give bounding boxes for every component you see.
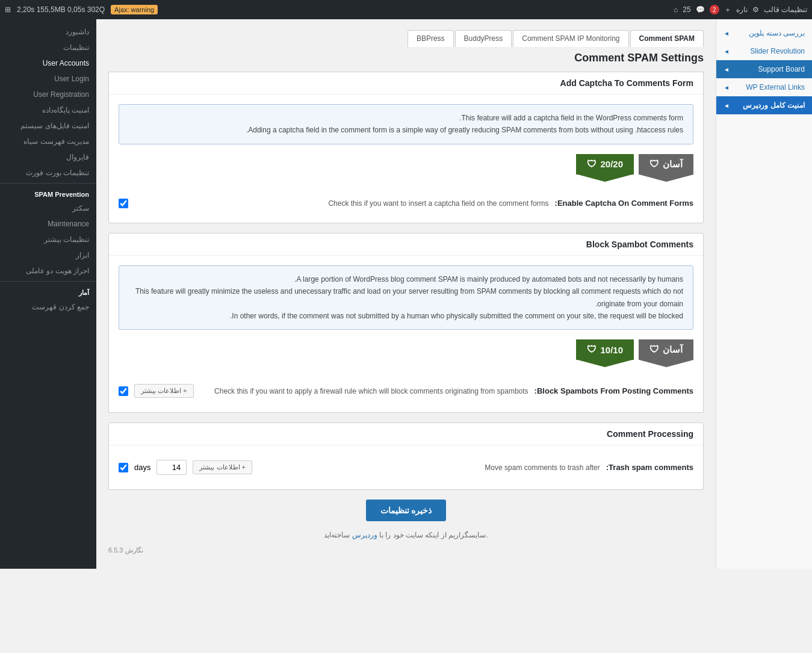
- spambot-info-line1: A large portion of WordPress blog commen…: [129, 273, 683, 285]
- sidebar-item-sugar[interactable]: سکتر: [0, 200, 96, 216]
- processing-section-title: Comment Processing: [109, 423, 703, 445]
- footer-text-before: سایسگزاریم از اینکه سایت خود را با: [379, 531, 486, 539]
- spambot-info-line3: In other words, if the comment was not s…: [129, 310, 683, 322]
- right-sidebar-slider-revolution[interactable]: ◄ Slider Revolution: [716, 42, 812, 60]
- right-sidebar-support-board[interactable]: ◄ Support Board: [716, 60, 812, 78]
- content-area: BBPress BuddyPress Comment SPAM IP Monit…: [96, 19, 716, 569]
- shield-icon: 🛡: [649, 159, 659, 170]
- trash-spam-row: Trash spam comments: Move spam comments …: [119, 455, 693, 480]
- save-settings-button[interactable]: ذخیره تنظیمات: [366, 500, 447, 521]
- sidebar-item-firewall[interactable]: فایروال: [0, 149, 96, 165]
- main-layout: داشبورد تنظیمات User Accounts User Login…: [0, 19, 812, 569]
- footer-text: سایسگزاریم از اینکه سایت خود را با وردپر…: [108, 526, 704, 544]
- spambot-info-line2: This feature will greatly minimize the u…: [129, 285, 683, 310]
- sidebar-item-settings[interactable]: تنظیمات: [0, 40, 96, 55]
- spambot-difficulty-value: 🛡 آسان: [639, 339, 693, 360]
- captcha-enable-description: Check this if you want to insert a captc…: [134, 199, 549, 208]
- sidebar-item-user-registration[interactable]: User Registration: [0, 87, 96, 102]
- spambot-difficulty-notch: [639, 360, 693, 367]
- right-sidebar: ◄ بررسی دسته پلوین ◄ Slider Revolution ◄…: [716, 19, 812, 569]
- processing-section: Comment Processing Trash spam comments: …: [108, 422, 704, 490]
- captcha-info-line1: This feature will add a captcha field in…: [129, 112, 683, 124]
- right-sidebar-wp-external-links[interactable]: ◄ WP External Links: [716, 78, 812, 96]
- shield-check-icon-2: 🛡: [587, 344, 597, 355]
- tab-bbpress[interactable]: BBPress: [408, 30, 454, 47]
- processing-more-info-button[interactable]: + اطلاعات بیشتر: [193, 460, 252, 474]
- captcha-score-value: 🛡 20/20: [576, 154, 634, 175]
- sidebar-item-tools[interactable]: ابزار: [0, 247, 96, 263]
- sidebar-item-user-accounts[interactable]: User Accounts: [0, 55, 96, 71]
- captcha-score-notch: [578, 175, 632, 182]
- processing-section-body: Trash spam comments: Move spam comments …: [109, 445, 703, 489]
- spambot-block-checkbox[interactable]: [119, 386, 128, 396]
- sidebar-item-user-login[interactable]: User Login: [0, 71, 96, 87]
- page-wrap: BBPress BuddyPress Comment SPAM IP Monit…: [96, 19, 716, 569]
- sidebar-item-database-security[interactable]: امنیت پایگاه‌داده: [0, 102, 96, 118]
- right-sidebar-wp-external-links-label: WP External Links: [746, 83, 805, 91]
- trash-days-input[interactable]: [157, 460, 187, 475]
- adminbar-stats: 2,20s 155,5MB 0,05s 302Q: [17, 5, 105, 14]
- sidebar-item-brute-force[interactable]: تنظیمات بورت فورث: [0, 165, 96, 181]
- adminbar-badge[interactable]: 2: [710, 5, 719, 14]
- spambot-section-title: Block Spambot Comments: [109, 234, 703, 256]
- captcha-score-badge: 🛡 20/20: [576, 154, 634, 182]
- captcha-enable-checkbox[interactable]: [119, 199, 128, 208]
- captcha-section-body: This feature will add a captcha field in…: [109, 94, 703, 223]
- right-sidebar-browse-plugin-label: بررسی دسته پلوین: [749, 29, 805, 37]
- right-sidebar-support-board-arrow: ◄: [724, 66, 730, 73]
- captcha-difficulty-notch: [639, 175, 693, 182]
- right-sidebar-full-security[interactable]: ◄ امنیت کامل وردپرس: [716, 96, 812, 114]
- shield-check-icon: 🛡: [587, 159, 597, 170]
- captcha-badge-wrap: 🛡 20/20 🛡 آسان: [119, 154, 693, 182]
- right-sidebar-support-board-label: Support Board: [758, 65, 805, 73]
- tab-comment-spam-ip[interactable]: Comment SPAM IP Monitoring: [513, 30, 628, 47]
- nav-tabs: BBPress BuddyPress Comment SPAM IP Monit…: [108, 25, 704, 47]
- spambot-badge-wrap: 🛡 10/10 🛡 آسان: [119, 339, 693, 367]
- trash-spam-checkbox[interactable]: [119, 463, 128, 472]
- gear-icon[interactable]: ⚙: [752, 5, 759, 14]
- right-sidebar-slider-revolution-arrow: ◄: [724, 48, 730, 55]
- captcha-info-line2: Adding a captcha field in the comment fo…: [129, 124, 683, 136]
- page-title: Comment SPAM Settings: [108, 47, 704, 72]
- sidebar-item-maintenance[interactable]: Maintenance: [0, 216, 96, 232]
- right-sidebar-browse-plugin[interactable]: ◄ بررسی دسته پلوین: [716, 24, 812, 42]
- comment-icon[interactable]: 💬: [696, 5, 705, 14]
- adminbar-updates-label[interactable]: ناره: [736, 5, 748, 14]
- sidebar-item-file-security[interactable]: امنیت فایل‌های سیستم: [0, 118, 96, 134]
- adminbar-right: تنظیمات قالب ⚙ ناره ＋ 2 💬 25 ⌂: [674, 5, 807, 15]
- trash-spam-description: Move spam comments to trash after: [258, 463, 600, 472]
- menu-separator-2: [0, 281, 96, 282]
- footer-wordpress-link[interactable]: وردپرس: [352, 531, 377, 539]
- spambot-section-body: A large portion of WordPress blog commen…: [109, 256, 703, 413]
- captcha-info-box: This feature will add a captcha field in…: [119, 104, 693, 144]
- sidebar-section-spam: SPAM Prevention: [0, 186, 96, 200]
- adminbar-left: ⊞ 2,20s 155,5MB 0,05s 302Q Ajax: warning: [5, 5, 158, 14]
- spambot-block-description: Check this if you want to apply a firewa…: [200, 387, 528, 395]
- captcha-difficulty-badge: 🛡 آسان: [639, 154, 693, 182]
- captcha-enable-label: Enable Captcha On Comment Forms:: [555, 199, 693, 208]
- sidebar-item-more-settings[interactable]: تنظیمات بیشتر: [0, 232, 96, 247]
- sidebar-item-dashboard[interactable]: داشبورد: [0, 24, 96, 40]
- trash-spam-label: Trash spam comments:: [606, 463, 693, 472]
- right-sidebar-full-security-arrow: ◄: [724, 102, 730, 109]
- spambot-more-info-button[interactable]: + اطلاعات بیشتر: [134, 384, 194, 398]
- captcha-difficulty-value: 🛡 آسان: [639, 154, 693, 175]
- admin-bar: ⊞ 2,20s 155,5MB 0,05s 302Q Ajax: warning…: [0, 0, 812, 19]
- spambot-score-value: 🛡 10/10: [576, 339, 634, 360]
- plus-icon[interactable]: ＋: [724, 5, 731, 15]
- adminbar-settings-label[interactable]: تنظیمات قالب: [764, 5, 807, 14]
- adminbar-icon-count: 25: [683, 5, 690, 14]
- shield-icon-2: 🛡: [649, 344, 659, 355]
- spambot-info-box: A large portion of WordPress blog commen…: [119, 265, 693, 330]
- sidebar-item-generate-list[interactable]: جمع کردن قهرست: [0, 299, 96, 315]
- sidebar-item-2fa[interactable]: احراز هویت دو عاملی: [0, 263, 96, 279]
- house-icon[interactable]: ⌂: [674, 5, 678, 14]
- sidebar-section-stats: آمار: [0, 284, 96, 299]
- sidebar-item-blacklist[interactable]: مدیریت فهرست سیاه: [0, 134, 96, 149]
- captcha-section: Add Captcha To Comments Form This featur…: [108, 72, 704, 223]
- spambot-section: Block Spambot Comments A large portion o…: [108, 233, 704, 413]
- tab-buddypress[interactable]: BuddyPress: [455, 30, 512, 47]
- wp-logo-icon[interactable]: ⊞: [5, 5, 11, 14]
- admin-sidebar: داشبورد تنظیمات User Accounts User Login…: [0, 19, 96, 569]
- tab-comment-spam[interactable]: Comment SPAM: [630, 30, 704, 47]
